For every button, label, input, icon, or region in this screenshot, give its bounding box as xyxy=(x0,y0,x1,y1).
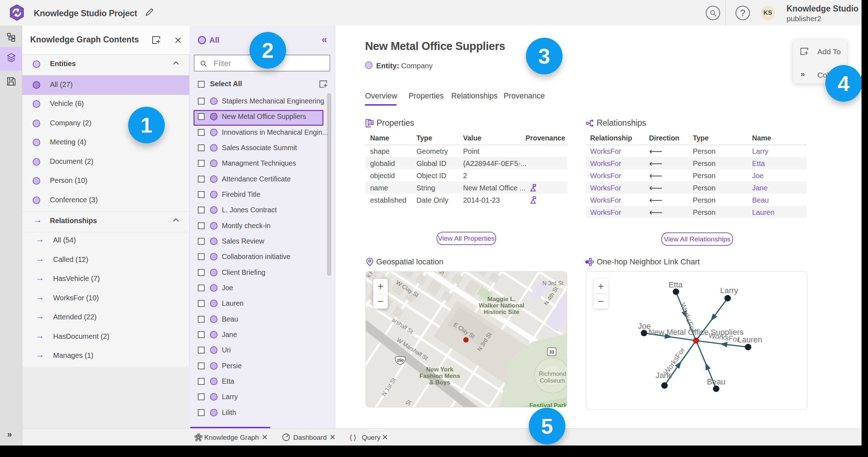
svg-text:Richmond: Richmond xyxy=(539,370,566,377)
svg-text:Coliseum: Coliseum xyxy=(540,377,565,384)
svg-text:N 3rd St: N 3rd St xyxy=(542,280,564,286)
svg-text:33: 33 xyxy=(549,350,554,355)
svg-text:Maggie L.: Maggie L. xyxy=(487,296,515,303)
svg-text:Walker National: Walker National xyxy=(479,302,524,309)
svg-text:Historic Site: Historic Site xyxy=(484,309,519,315)
svg-text:Fashion Mens: Fashion Mens xyxy=(419,373,460,379)
svg-text:Beau: Beau xyxy=(707,377,725,386)
svg-text:Festival Park: Festival Park xyxy=(529,402,567,407)
svg-text:& Boys: & Boys xyxy=(429,379,451,386)
svg-text:New York: New York xyxy=(426,366,453,373)
svg-text:Etta: Etta xyxy=(668,280,683,289)
svg-text:Larry: Larry xyxy=(720,286,738,295)
svg-text:250: 250 xyxy=(397,358,403,363)
